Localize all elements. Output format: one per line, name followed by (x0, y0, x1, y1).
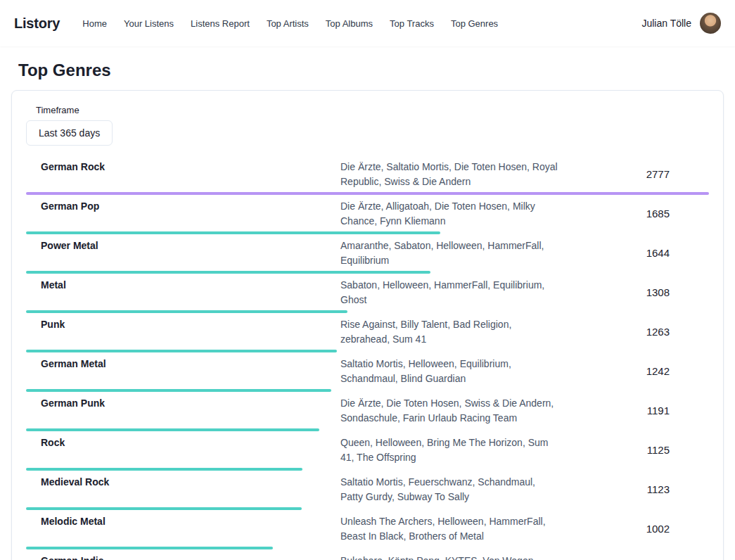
genre-row: German RockDie Ärzte, Saltatio Mortis, D… (26, 157, 709, 195)
genre-count: 1685 (565, 206, 709, 222)
genre-progress-bar (26, 389, 331, 392)
genre-count: 2777 (565, 167, 709, 183)
app-logo[interactable]: Listory (14, 15, 60, 32)
genre-count: 1263 (565, 324, 709, 341)
genre-table: German RockDie Ärzte, Saltatio Mortis, D… (26, 157, 709, 560)
main-nav: HomeYour ListensListens ReportTop Artist… (82, 18, 641, 29)
genre-artists: Die Ärzte, Saltatio Mortis, Die Toten Ho… (340, 160, 565, 189)
genre-artists: Saltatio Mortis, Feuerschwanz, Schandmau… (340, 475, 565, 504)
nav-item-top-genres[interactable]: Top Genres (451, 18, 498, 29)
genre-name: German Rock (26, 160, 340, 189)
genre-row: PunkRise Against, Billy Talent, Bad Reli… (26, 314, 709, 352)
genre-name: German Pop (26, 199, 340, 229)
genre-count: 1308 (565, 285, 709, 301)
genre-artists: Bukahara, Käptn Peng, KYTES, Von Wegen L… (340, 554, 565, 560)
genre-row: Medieval RockSaltatio Mortis, Feuerschwa… (26, 472, 709, 510)
genre-name: German Metal (26, 357, 340, 386)
nav-item-home[interactable]: Home (82, 18, 107, 29)
nav-item-your-listens[interactable]: Your Listens (124, 18, 174, 29)
genre-name: German Indie (26, 554, 340, 560)
timeframe-label: Timeframe (36, 105, 709, 115)
genre-artists: Rise Against, Billy Talent, Bad Religion… (340, 317, 565, 347)
page-title: Top Genres (18, 61, 724, 80)
genre-row: RockQueen, Helloween, Bring Me The Horiz… (26, 433, 709, 471)
genre-name: Power Metal (26, 238, 340, 268)
genre-progress-bar (26, 271, 430, 274)
genre-artists: Die Ärzte, Die Toten Hosen, Swiss & Die … (340, 396, 565, 426)
genre-progress-bar (26, 468, 302, 471)
nav-item-top-albums[interactable]: Top Albums (326, 18, 373, 29)
user-menu[interactable]: Julian Tölle (641, 13, 721, 34)
genre-name: German Punk (26, 396, 340, 426)
genre-name: Metal (26, 278, 340, 307)
genre-artists: Queen, Helloween, Bring Me The Horizon, … (340, 435, 565, 465)
genre-row: German MetalSaltatio Mortis, Helloween, … (26, 354, 709, 392)
timeframe-select[interactable]: Last 365 days (26, 120, 113, 146)
user-name: Julian Tölle (641, 18, 691, 29)
top-nav: Listory HomeYour ListensListens ReportTo… (0, 0, 735, 46)
genre-count: 1125 (565, 443, 709, 459)
genre-count: 1002 (565, 521, 709, 537)
main-content: Top Genres Timeframe Last 365 days Germa… (0, 61, 735, 560)
genres-card: Timeframe Last 365 days German RockDie Ä… (11, 90, 724, 560)
genre-progress-bar (26, 231, 440, 234)
nav-item-top-tracks[interactable]: Top Tracks (390, 18, 434, 29)
genre-progress-bar (26, 350, 337, 352)
genre-name: Medieval Rock (26, 475, 340, 504)
genre-row: German IndieBukahara, Käptn Peng, KYTES,… (26, 551, 709, 560)
genre-artists: Saltatio Mortis, Helloween, Equilibrium,… (340, 357, 565, 386)
genre-progress-bar (26, 192, 709, 195)
user-avatar-icon[interactable] (700, 13, 721, 34)
genre-progress-bar (26, 507, 302, 510)
nav-item-listens-report[interactable]: Listens Report (191, 18, 250, 29)
genre-row: Power MetalAmaranthe, Sabaton, Helloween… (26, 236, 709, 274)
genre-count: 1123 (565, 482, 709, 498)
genre-artists: Die Ärzte, Alligatoah, Die Toten Hosen, … (340, 199, 565, 229)
genre-name: Rock (26, 435, 340, 465)
genre-progress-bar (26, 428, 319, 431)
genre-row: Melodic MetalUnleash The Archers, Hellow… (26, 511, 709, 549)
genre-row: German PunkDie Ärzte, Die Toten Hosen, S… (26, 393, 709, 431)
genre-row: MetalSabaton, Helloween, HammerFall, Equ… (26, 275, 709, 313)
genre-count: 1644 (565, 246, 709, 262)
genre-artists: Sabaton, Helloween, HammerFall, Equilibr… (340, 278, 565, 307)
genre-progress-bar (26, 310, 347, 313)
genre-artists: Unleash The Archers, Helloween, HammerFa… (340, 514, 565, 544)
nav-item-top-artists[interactable]: Top Artists (267, 18, 309, 29)
genre-count: 1242 (565, 364, 709, 380)
genre-row: German PopDie Ärzte, Alligatoah, Die Tot… (26, 196, 709, 234)
genre-name: Punk (26, 317, 340, 347)
genre-progress-bar (26, 547, 273, 549)
genre-artists: Amaranthe, Sabaton, Helloween, HammerFal… (340, 238, 565, 268)
genre-name: Melodic Metal (26, 514, 340, 544)
genre-count: 1191 (565, 403, 709, 419)
